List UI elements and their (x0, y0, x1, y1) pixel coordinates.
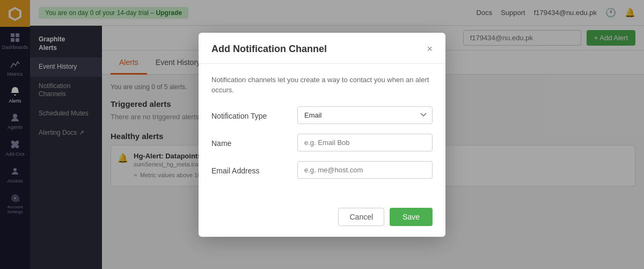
modal-title: Add Notification Channel (211, 43, 327, 55)
notification-type-row: Notification Type Email Slack PagerDuty … (211, 106, 433, 124)
name-input-col (297, 134, 433, 151)
name-label: Name (211, 134, 287, 148)
modal-description: Notification channels let you create a w… (211, 75, 433, 96)
notification-type-label: Notification Type (211, 106, 287, 120)
email-input-col (297, 161, 433, 179)
form-group-name: Name (211, 134, 433, 151)
email-row: Email Address (211, 161, 433, 179)
modal-footer: Cancel Save (199, 199, 445, 237)
notification-type-input-col: Email Slack PagerDuty Webhook (297, 106, 433, 124)
name-input[interactable] (297, 134, 433, 151)
form-group-email: Email Address (211, 161, 433, 179)
save-button[interactable]: Save (390, 208, 433, 226)
modal-body: Notification channels let you create a w… (199, 64, 445, 199)
email-input[interactable] (297, 161, 433, 179)
cancel-button[interactable]: Cancel (338, 208, 384, 226)
modal-close-button[interactable]: × (427, 44, 433, 54)
form-group-notification-type: Notification Type Email Slack PagerDuty … (211, 106, 433, 124)
notification-type-select[interactable]: Email Slack PagerDuty Webhook (297, 106, 433, 124)
modal-header: Add Notification Channel × (199, 33, 445, 64)
name-row: Name (211, 134, 433, 151)
modal-overlay[interactable]: Add Notification Channel × Notification … (0, 0, 644, 269)
email-label: Email Address (211, 161, 287, 175)
add-notification-modal: Add Notification Channel × Notification … (199, 33, 445, 237)
